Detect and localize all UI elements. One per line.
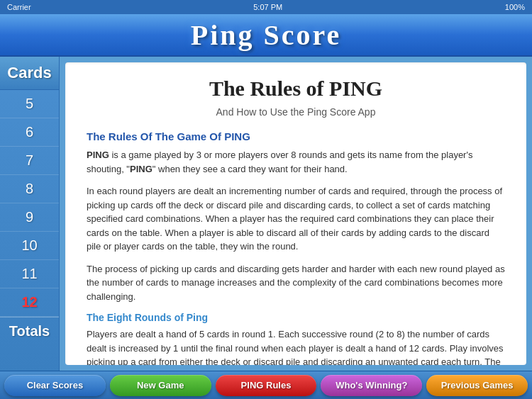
main-layout: Cards 5 6 7 8 9 10 11 12 Totals The Rule… xyxy=(0,57,532,371)
previous-games-button[interactable]: Previous Games xyxy=(426,375,528,396)
sidebar-item-7[interactable]: 7 xyxy=(0,147,59,175)
content-area: The Rules of PING And How to Use the Pin… xyxy=(65,62,526,365)
content-main-title: The Rules of PING xyxy=(87,77,505,101)
sidebar-totals[interactable]: Totals xyxy=(0,317,59,345)
app-title: Ping Score xyxy=(191,18,342,52)
sidebar-item-9[interactable]: 9 xyxy=(0,203,59,232)
app-header: Ping Score xyxy=(0,14,532,57)
time-label: 5:07 PM xyxy=(253,3,282,11)
sidebar-item-8[interactable]: 8 xyxy=(0,175,59,203)
sidebar-item-11[interactable]: 11 xyxy=(0,260,59,288)
sidebar-item-5[interactable]: 5 xyxy=(0,90,59,118)
sidebar-header: Cards xyxy=(0,57,59,90)
sidebar-item-6[interactable]: 6 xyxy=(0,118,59,147)
battery-area: 100% xyxy=(505,3,525,11)
paragraph-1: PING is a game played by 3 or more playe… xyxy=(87,148,505,176)
ping-rules-button[interactable]: PING Rules xyxy=(216,375,317,396)
whos-winning-button[interactable]: Who's Winning? xyxy=(321,375,422,396)
sidebar-item-12[interactable]: 12 xyxy=(0,288,59,317)
rules-section-heading: The Rules Of The Game Of PING xyxy=(87,130,505,142)
paragraph-3: The process of picking up cards and disc… xyxy=(87,262,505,304)
paragraph-4: Players are dealt a hand of 5 cards in r… xyxy=(87,327,505,365)
toolbar: Clear Scores New Game PING Rules Who's W… xyxy=(0,371,532,399)
status-bar: Carrier 5:07 PM 100% xyxy=(0,0,532,14)
eight-rounds-heading: The Eight Rounds of Ping xyxy=(87,312,505,323)
battery-label: 100% xyxy=(505,3,525,11)
carrier-label: Carrier xyxy=(7,3,31,11)
content-subtitle: And How to Use the Ping Score App xyxy=(87,106,505,118)
sidebar-item-10[interactable]: 10 xyxy=(0,232,59,260)
new-game-button[interactable]: New Game xyxy=(110,375,211,396)
clear-scores-button[interactable]: Clear Scores xyxy=(4,375,106,396)
paragraph-2: In each round players are dealt an incre… xyxy=(87,184,505,254)
sidebar: Cards 5 6 7 8 9 10 11 12 Totals xyxy=(0,57,60,371)
